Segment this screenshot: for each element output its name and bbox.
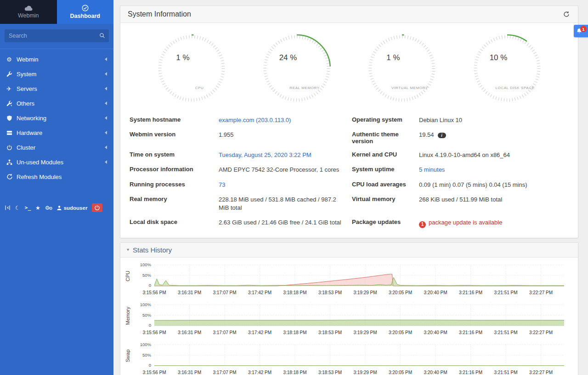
system-hostname-label: System hostname xyxy=(130,116,219,123)
y-tick-label: 100% xyxy=(140,262,151,267)
page-title: System Information xyxy=(128,10,562,18)
x-tick-label: 3:21:16 PM xyxy=(459,370,482,375)
plane-icon: ✈ xyxy=(6,86,17,92)
gauge-label: REAL MEMORY xyxy=(289,86,319,90)
y-tick-label: 0 xyxy=(149,283,151,288)
sidebar-item-cluster[interactable]: Cluster xyxy=(0,140,113,155)
running-processes-link[interactable]: 73 xyxy=(219,181,225,188)
system-information-header: System Information xyxy=(120,6,578,23)
module-config-button[interactable]: ⚙⚙ xyxy=(45,205,52,211)
sidebar-item-others[interactable]: Others xyxy=(0,96,113,111)
memory-axis-label: Memory xyxy=(124,304,131,328)
sidebar-item-servers[interactable]: ✈Servers xyxy=(0,81,113,96)
sidebar-nav: ⚙WebminSystem✈ServersOthersNetworkingHar… xyxy=(0,49,113,184)
favorites-button[interactable]: ★ xyxy=(35,205,40,211)
x-tick-label: 3:18:18 PM xyxy=(283,290,306,295)
real-memory-value: 228.18 MiB used / 531.8 MiB cached / 987… xyxy=(219,196,352,212)
sidebar-item-networking[interactable]: Networking xyxy=(0,111,113,125)
authentic-theme-version-text: 19.54 xyxy=(419,131,434,138)
refresh-icon xyxy=(6,174,17,180)
tab-dashboard[interactable]: Dashboard xyxy=(57,0,114,24)
y-axis-ticks: 100%50%0 xyxy=(131,344,154,368)
table-row: Processor informationAMD EPYC 7542 32-Co… xyxy=(130,162,569,177)
x-tick-label: 3:17:07 PM xyxy=(213,370,236,375)
stats-charts: CPU100%50%03:15:56 PM3:16:31 PM3:17:07 P… xyxy=(120,257,578,375)
gauge-percent: 10 % xyxy=(489,53,507,62)
chevron-left-icon xyxy=(105,131,107,134)
sidebar-item-hardware[interactable]: Hardware xyxy=(0,125,113,140)
package-updates-link[interactable]: package update is available xyxy=(429,219,502,226)
sidebar-item-label: Webmin xyxy=(17,56,105,63)
refresh-icon[interactable] xyxy=(562,10,571,18)
x-axis-labels: 3:15:56 PM3:16:31 PM3:17:07 PM3:17:42 PM… xyxy=(154,290,575,297)
stats-history-title: Stats History xyxy=(133,246,172,254)
cpu-chart xyxy=(154,264,564,288)
shield-icon xyxy=(6,115,17,121)
chevron-left-icon xyxy=(105,116,107,120)
x-tick-label: 3:22:27 PM xyxy=(529,370,553,375)
x-tick-label: 3:17:07 PM xyxy=(213,330,236,335)
virtual-memory-text: 268 KiB used / 511.99 MiB total xyxy=(419,196,502,203)
swap-chart xyxy=(154,344,564,368)
operating-system-text: Debian Linux 10 xyxy=(419,117,462,123)
authentic-theme-version-label: Authentic theme version xyxy=(352,131,419,145)
system-hostname-link[interactable]: example.com (203.0.113.0) xyxy=(219,117,291,123)
x-tick-label: 3:17:42 PM xyxy=(248,330,271,335)
sidebar-item-webmin[interactable]: ⚙Webmin xyxy=(0,52,113,67)
y-tick-label: 50% xyxy=(142,313,151,318)
sitemap-icon xyxy=(6,159,17,165)
gauge-local-disk-space-dial: 10 %LOCAL DISK SPACE xyxy=(473,34,542,103)
terminal-button[interactable]: >_ xyxy=(25,205,31,211)
server-icon xyxy=(6,130,17,136)
tools-icon xyxy=(6,101,17,106)
info-badge-icon[interactable]: i xyxy=(438,133,446,138)
power-icon xyxy=(94,205,100,211)
x-tick-label: 3:20:40 PM xyxy=(424,290,447,295)
system-info-table: System hostnameexample.com (203.0.113.0)… xyxy=(120,111,578,238)
user-icon xyxy=(57,205,62,211)
webmin-version-value: 1.955 xyxy=(219,131,352,139)
night-mode-button[interactable]: ☾ xyxy=(15,205,20,211)
time-on-system-value: Tuesday, August 25, 2020 3:22 PM xyxy=(219,151,352,159)
table-row: Running processes73CPU load averages0.09… xyxy=(130,178,569,192)
time-on-system-link[interactable]: Tuesday, August 25, 2020 3:22 PM xyxy=(219,151,311,158)
tab-webmin[interactable]: Webmin xyxy=(0,0,57,24)
y-axis-ticks: 100%50%0 xyxy=(131,264,154,288)
processor-information-value: AMD EPYC 7542 32-Core Processor, 1 cores xyxy=(219,166,352,174)
search-input[interactable] xyxy=(5,29,109,42)
notifications-badge: 1 xyxy=(580,26,587,32)
logout-button[interactable] xyxy=(92,203,102,212)
x-tick-label: 3:22:27 PM xyxy=(529,290,553,295)
sidebar-item-label: Cluster xyxy=(17,144,105,151)
table-row: Webmin version1.955Authentic theme versi… xyxy=(130,128,569,148)
chevron-left-icon xyxy=(105,146,107,149)
wrench-icon xyxy=(6,71,17,77)
collapse-sidebar-button[interactable] xyxy=(5,205,11,211)
sidebar-tabs: Webmin Dashboard xyxy=(0,0,113,24)
stats-history-header[interactable]: ▾ Stats History xyxy=(120,243,578,257)
x-tick-label: 3:20:40 PM xyxy=(424,370,447,375)
x-tick-label: 3:15:56 PM xyxy=(142,370,166,375)
y-tick-label: 100% xyxy=(140,302,151,307)
search-icon[interactable] xyxy=(99,33,105,39)
sidebar-item-system[interactable]: System xyxy=(0,67,113,81)
x-tick-label: 3:15:56 PM xyxy=(142,330,166,335)
tab-dashboard-label: Dashboard xyxy=(70,13,100,19)
x-tick-label: 3:20:05 PM xyxy=(389,370,412,375)
collapse-caret-icon: ▾ xyxy=(127,247,129,252)
system-uptime-link[interactable]: 5 minutes xyxy=(419,166,445,173)
y-tick-label: 50% xyxy=(142,353,151,358)
system-information-card: System Information 1 %CPU24 %REAL MEMORY… xyxy=(120,6,578,238)
table-row: Real memory228.18 MiB used / 531.8 MiB c… xyxy=(130,192,569,215)
logged-in-user[interactable]: sudouser xyxy=(57,205,88,211)
sidebar-item-un-used-modules[interactable]: Un-used Modules xyxy=(0,155,113,169)
x-tick-label: 3:16:31 PM xyxy=(178,290,201,295)
kernel-and-cpu-text: Linux 4.19.0-10-amd64 on x86_64 xyxy=(419,151,510,158)
moon-icon: ☾ xyxy=(15,205,20,211)
y-tick-label: 100% xyxy=(140,342,151,347)
y-tick-label: 50% xyxy=(142,273,151,278)
sidebar-item-refresh-modules[interactable]: Refresh Modules xyxy=(0,169,113,184)
cpu-chart-block: CPU100%50%03:15:56 PM3:16:31 PM3:17:07 P… xyxy=(124,264,575,297)
notifications-bell[interactable]: 1 xyxy=(574,25,588,37)
gears-icon: ⚙⚙ xyxy=(45,205,52,211)
